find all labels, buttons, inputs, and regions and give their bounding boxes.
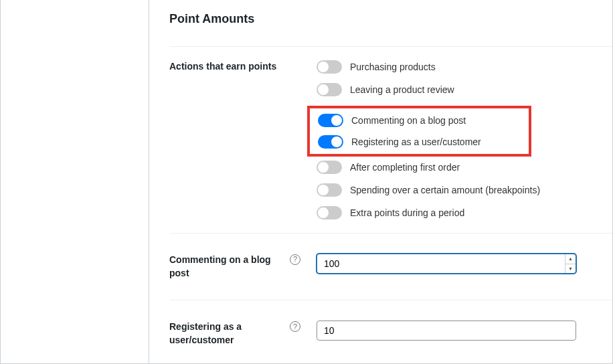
toggle-row-breakpoints: Spending over a certain amount (breakpoi…	[317, 183, 594, 197]
settings-panel: Point Amounts Actions that earn points P…	[0, 0, 613, 364]
highlight-annotation: Commenting on a blog post Registering as…	[307, 106, 531, 157]
toggle-first-order[interactable]	[317, 161, 342, 174]
toggle-label-breakpoints: Spending over a certain amount (breakpoi…	[350, 185, 540, 195]
commenting-control: ▲ ▼	[300, 254, 594, 274]
toggle-period[interactable]	[317, 206, 342, 219]
toggle-label-review: Leaving a product review	[350, 84, 454, 95]
toggle-label-purchasing: Purchasing products	[350, 62, 436, 72]
toggle-registering[interactable]	[318, 135, 343, 149]
help-icon[interactable]: ?	[290, 254, 300, 265]
toggle-review[interactable]	[317, 83, 342, 96]
commenting-label: Commenting on a blog post ?	[169, 254, 300, 280]
number-spinner: ▲ ▼	[565, 254, 576, 273]
toggle-row-registering: Registering as a user/customer	[318, 135, 521, 149]
actions-toggles: Purchasing products Leaving a product re…	[300, 60, 594, 219]
settings-content: Point Amounts Actions that earn points P…	[149, 0, 612, 363]
spinner-down[interactable]: ▼	[565, 264, 576, 274]
toggle-purchasing[interactable]	[317, 60, 342, 74]
toggle-row-review: Leaving a product review	[317, 83, 594, 96]
actions-row: Actions that earn points Purchasing prod…	[169, 46, 612, 233]
help-icon[interactable]: ?	[290, 321, 300, 332]
registering-row: Registering as a user/customer ?	[169, 300, 612, 364]
toggle-label-period: Extra points during a period	[350, 207, 464, 218]
registering-label: Registering as a user/customer ?	[169, 321, 300, 347]
toggle-label-first-order: After completing first order	[350, 162, 460, 173]
actions-label: Actions that earn points	[169, 60, 300, 74]
toggle-label-commenting: Commenting on a blog post	[351, 115, 466, 126]
section-heading: Point Amounts	[169, 0, 612, 46]
commenting-points-input[interactable]	[317, 254, 576, 274]
toggle-row-period: Extra points during a period	[317, 206, 594, 219]
commenting-row: Commenting on a blog post ? ▲ ▼	[169, 233, 612, 300]
spinner-up[interactable]: ▲	[565, 254, 576, 264]
toggle-label-registering: Registering as a user/customer	[351, 136, 481, 147]
toggle-row-purchasing: Purchasing products	[317, 60, 594, 74]
toggle-commenting[interactable]	[318, 114, 343, 127]
toggle-breakpoints[interactable]	[317, 183, 342, 197]
sidebar-nav-spacer	[1, 0, 149, 363]
registering-points-input[interactable]	[317, 321, 576, 341]
toggle-row-first-order: After completing first order	[317, 161, 594, 174]
registering-control	[300, 321, 594, 341]
toggle-row-commenting: Commenting on a blog post	[318, 114, 521, 127]
